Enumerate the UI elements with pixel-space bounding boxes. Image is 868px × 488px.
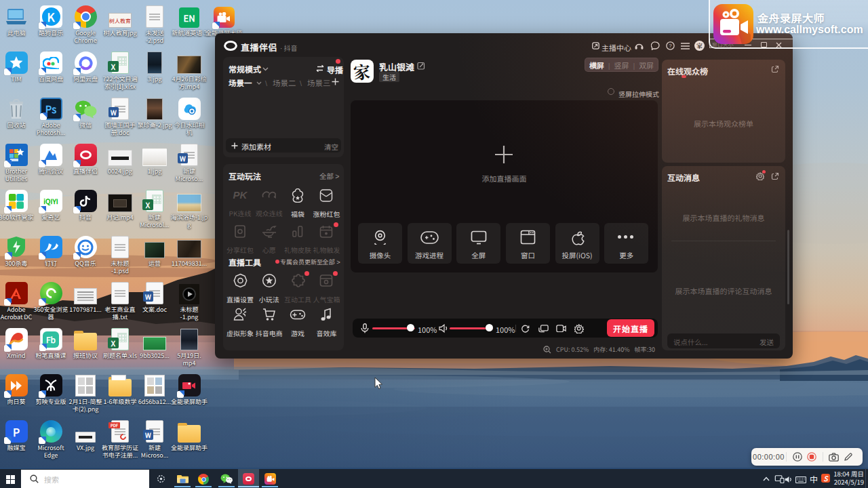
svg-text:?: ?: [669, 43, 672, 49]
svg-text:PK: PK: [233, 189, 248, 201]
